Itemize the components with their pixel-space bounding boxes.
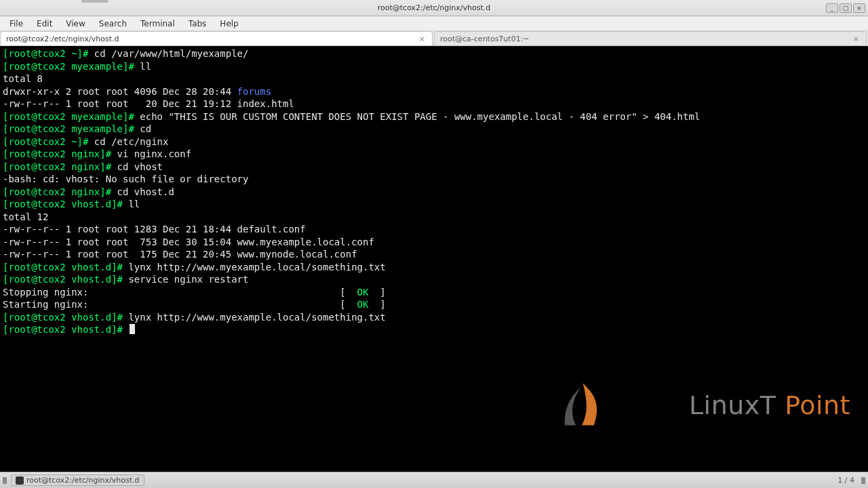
tab-close-icon[interactable]: × bbox=[852, 35, 861, 43]
terminal-line: [root@tcox2 nginx]# cd vhost.d bbox=[3, 186, 865, 199]
tab-label: root@ca-centos7ut01:~ bbox=[440, 35, 530, 43]
terminal-line: [root@tcox2 vhost.d]# lynx http://www.my… bbox=[3, 311, 865, 324]
menu-terminal[interactable]: Terminal bbox=[134, 18, 182, 30]
terminal-icon bbox=[16, 476, 24, 485]
flame-icon bbox=[555, 380, 612, 430]
drag-handle[interactable] bbox=[81, 0, 108, 3]
tab-bar: root@tcox2:/etc/nginx/vhost.d×root@ca-ce… bbox=[0, 31, 868, 46]
menubar: FileEditViewSearchTerminalTabsHelp bbox=[0, 16, 868, 31]
terminal-line: [root@tcox2 vhost.d]# ll bbox=[3, 198, 865, 211]
maximize-button[interactable]: □ bbox=[840, 3, 852, 13]
terminal-line: [root@tcox2 ~]# cd /etc/nginx bbox=[3, 136, 865, 148]
terminal-line: [root@tcox2 myexample]# cd bbox=[3, 123, 865, 136]
watermark-logo: LinuxT Point bbox=[555, 380, 850, 431]
tray-icon[interactable] bbox=[861, 477, 865, 484]
terminal-line: -rw-r--r-- 1 root root 753 Dec 30 15:04 … bbox=[3, 236, 865, 249]
terminal-line: -rw-r--r-- 1 root root 20 Dec 21 19:12 i… bbox=[3, 98, 865, 110]
terminal-line: [root@tcox2 vhost.d]# lynx http://www.my… bbox=[3, 261, 865, 274]
minimize-button[interactable]: _ bbox=[826, 3, 838, 13]
terminal-line: total 8 bbox=[3, 73, 865, 85]
terminal-line: drwxr-xr-x 2 root root 4096 Dec 28 20:44… bbox=[3, 85, 865, 98]
taskbar: root@tcox2:/etc/nginx/vhost.d 1 / 4 bbox=[0, 472, 868, 488]
terminal-line: Stopping nginx: [ OK ] bbox=[3, 286, 865, 299]
workspace-pager[interactable]: 1 / 4 bbox=[837, 476, 854, 485]
terminal-line: [root@tcox2 vhost.d]# bbox=[3, 323, 865, 336]
terminal-line: -rw-r--r-- 1 root root 175 Dec 21 20:45 … bbox=[3, 248, 865, 261]
terminal-line: [root@tcox2 nginx]# vi nginx.conf bbox=[3, 148, 865, 161]
terminal-line: [root@tcox2 myexample]# echo "THIS IS OU… bbox=[3, 110, 865, 123]
window-title: root@tcox2:/etc/nginx/vhost.d bbox=[0, 3, 868, 12]
tab-close-icon[interactable]: × bbox=[418, 35, 427, 43]
terminal-line: [root@tcox2 ~]# cd /var/www/html/myexamp… bbox=[3, 47, 865, 60]
terminal-line: -rw-r--r-- 1 root root 1283 Dec 21 18:44… bbox=[3, 223, 865, 236]
menu-tabs[interactable]: Tabs bbox=[182, 18, 214, 30]
close-button[interactable]: × bbox=[853, 3, 865, 13]
terminal-line: Starting nginx: [ OK ] bbox=[3, 298, 865, 311]
show-desktop-icon[interactable] bbox=[3, 477, 7, 484]
watermark-text-a: LinuxT bbox=[689, 390, 785, 420]
menu-search[interactable]: Search bbox=[92, 18, 134, 30]
terminal-line: [root@tcox2 myexample]# ll bbox=[3, 60, 865, 73]
tab-label: root@tcox2:/etc/nginx/vhost.d bbox=[6, 35, 119, 43]
terminal-line: [root@tcox2 vhost.d]# service nginx rest… bbox=[3, 273, 865, 286]
taskbar-app-button[interactable]: root@tcox2:/etc/nginx/vhost.d bbox=[11, 474, 144, 486]
terminal-line: -bash: cd: vhost: No such file or direct… bbox=[3, 173, 865, 186]
terminal-tab-1[interactable]: root@ca-centos7ut01:~× bbox=[434, 31, 867, 45]
watermark-text-b: Point bbox=[785, 390, 850, 420]
terminal-output[interactable]: [root@tcox2 ~]# cd /var/www/html/myexamp… bbox=[0, 46, 868, 472]
menu-file[interactable]: File bbox=[3, 18, 30, 30]
menu-view[interactable]: View bbox=[59, 18, 92, 30]
terminal-cursor bbox=[130, 324, 135, 334]
taskbar-app-label: root@tcox2:/etc/nginx/vhost.d bbox=[26, 476, 140, 485]
terminal-line: [root@tcox2 nginx]# cd vhost bbox=[3, 161, 865, 174]
terminal-line: total 12 bbox=[3, 211, 865, 224]
window-titlebar: root@tcox2:/etc/nginx/vhost.d _ □ × bbox=[0, 0, 868, 16]
menu-help[interactable]: Help bbox=[213, 18, 245, 30]
menu-edit[interactable]: Edit bbox=[30, 18, 59, 30]
terminal-tab-0[interactable]: root@tcox2:/etc/nginx/vhost.d× bbox=[0, 31, 433, 45]
